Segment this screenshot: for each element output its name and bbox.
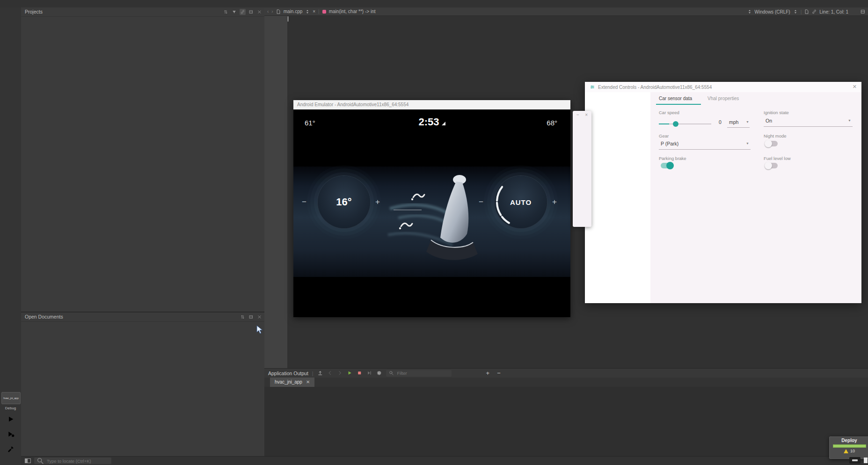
symbol-breadcrumb[interactable]: main(int, char **) -> int: [329, 9, 376, 14]
editor-toolbar: ‹ › main.cpp × | main(int, char **) -> i…: [264, 7, 868, 16]
link-with-editor-icon[interactable]: [240, 9, 246, 15]
emulator-title-bar[interactable]: Android Emulator - AndroidAutomotive11x8…: [293, 100, 570, 109]
back-icon[interactable]: ‹: [267, 9, 269, 14]
temperature-dial[interactable]: 16°: [318, 176, 370, 228]
projects-panel-title: Projects: [25, 9, 43, 15]
deploy-progress-bar: [833, 444, 866, 448]
search-icon: [36, 457, 44, 465]
close-icon[interactable]: [256, 9, 263, 15]
text-caret: [288, 16, 288, 22]
split-editor-icon[interactable]: [861, 9, 865, 14]
passenger-temp-label: 68°: [547, 119, 557, 127]
rerun-icon[interactable]: [317, 370, 323, 376]
car-data-pane: Car sensor data Vhal properties Car spee…: [650, 92, 861, 303]
tab-vhal-properties[interactable]: Vhal properties: [708, 96, 739, 101]
run-button[interactable]: [0, 413, 21, 426]
controls-icon: [590, 84, 595, 90]
tab-car-sensor-data[interactable]: Car sensor data: [659, 96, 692, 101]
projects-panel: Projects: [21, 7, 265, 312]
progress-details-button[interactable]: [849, 457, 861, 464]
editor-gutter[interactable]: [264, 16, 287, 368]
debug-run-button[interactable]: [0, 428, 21, 441]
ignition-state-label: Ignition state: [764, 110, 789, 115]
close-icon[interactable]: ✕: [853, 84, 857, 90]
fan-plus-button[interactable]: +: [552, 197, 557, 207]
speed-unit-select[interactable]: mph: [729, 119, 738, 125]
ignition-state-select[interactable]: On: [766, 118, 772, 124]
output-toolbar: Application Output | + −: [264, 369, 868, 378]
output-tab-label: hvac_jni_app: [275, 378, 302, 387]
extended-controls-title-bar[interactable]: Extended Controls - AndroidAutomotive11x…: [585, 82, 861, 93]
zoom-out-button[interactable]: −: [497, 370, 501, 377]
output-pane-toggle[interactable]: [864, 458, 868, 463]
warning-icon: [844, 449, 848, 453]
symbol-badge-icon: [322, 10, 326, 14]
document-icon[interactable]: [804, 9, 809, 14]
car-speed-label: Car speed: [659, 110, 679, 115]
chevron-updown-icon[interactable]: [305, 9, 310, 14]
build-button[interactable]: [0, 443, 21, 456]
chevron-down-icon[interactable]: ▼: [746, 120, 749, 124]
stop-icon[interactable]: [357, 370, 363, 376]
close-icon[interactable]: [256, 314, 263, 320]
zoom-in-button[interactable]: +: [486, 370, 490, 377]
close-document-icon[interactable]: ×: [313, 9, 315, 14]
output-filter[interactable]: [386, 370, 452, 377]
cursor-position-label: Line: 1, Col: 1: [819, 9, 848, 15]
temp-plus-button[interactable]: +: [375, 197, 380, 207]
prev-item-icon[interactable]: [327, 370, 333, 376]
parking-brake-toggle[interactable]: [661, 163, 673, 168]
chevron-updown-icon[interactable]: [793, 9, 798, 14]
sort-icon[interactable]: [223, 9, 229, 15]
sort-icon[interactable]: [240, 314, 246, 320]
chevron-down-icon[interactable]: ▼: [848, 119, 851, 122]
menu-bar: [0, 0, 868, 8]
forward-icon[interactable]: ›: [271, 9, 273, 14]
output-tab-hvac-jni-app[interactable]: hvac_jni_app ✕: [270, 378, 314, 387]
night-mode-toggle[interactable]: [766, 141, 778, 146]
minimize-icon[interactable]: −: [576, 113, 579, 117]
night-mode-label: Night mode: [764, 133, 787, 138]
filter-input[interactable]: [396, 370, 445, 376]
close-tab-icon[interactable]: ✕: [306, 378, 310, 387]
car-speed-value: 0: [719, 119, 722, 125]
locator[interactable]: [34, 458, 111, 464]
fan-minus-button[interactable]: −: [479, 197, 483, 207]
kit-selector[interactable]: hvac_jni_app: [1, 392, 21, 404]
android-emulator-window: Android Emulator - AndroidAutomotive11x8…: [293, 100, 570, 317]
chevron-updown-icon[interactable]: [747, 9, 752, 14]
temp-minus-button[interactable]: −: [302, 197, 306, 207]
emulator-toolbar: − ×: [573, 111, 591, 227]
fuel-level-low-toggle[interactable]: [766, 163, 778, 168]
filter-icon[interactable]: [231, 9, 237, 15]
output-panel-title: Application Output: [268, 371, 308, 376]
log-output: [264, 387, 868, 457]
link-icon[interactable]: [812, 9, 817, 14]
fan-dial[interactable]: AUTO: [495, 176, 547, 228]
gear-select[interactable]: P (Park): [661, 141, 678, 146]
split-icon[interactable]: [248, 9, 254, 15]
car-speed-slider[interactable]: [659, 121, 711, 127]
settings-gear-icon[interactable]: [376, 370, 382, 376]
locator-input[interactable]: [46, 458, 109, 464]
qt-creator-window: hvac_jni_app Debug Projects Open Documen…: [0, 0, 868, 465]
close-icon[interactable]: ×: [585, 113, 588, 117]
toggle-sidebar-icon[interactable]: [25, 458, 31, 463]
attach-icon[interactable]: [366, 370, 372, 376]
emulator-screen[interactable]: 61° 2:53 68°: [293, 109, 570, 317]
active-tab-underline: [656, 104, 701, 105]
next-item-icon[interactable]: [337, 370, 343, 376]
extended-controls-menu: [585, 92, 650, 303]
open-documents-panel: Open Documents: [21, 312, 265, 457]
parking-brake-label: Parking brake: [659, 156, 686, 161]
mouse-cursor: [256, 325, 263, 334]
chevron-down-icon[interactable]: ▼: [746, 142, 749, 145]
editor-file-tab[interactable]: main.cpp: [284, 9, 303, 14]
extended-controls-window: Extended Controls - AndroidAutomotive11x…: [585, 82, 861, 303]
run-icon[interactable]: [347, 370, 353, 376]
fan-level-arc: [490, 172, 551, 232]
encoding-selector[interactable]: Windows (CRLF): [755, 9, 790, 15]
debug-run-icon: [7, 430, 15, 438]
split-icon[interactable]: [248, 314, 254, 320]
build-config-label[interactable]: Debug: [0, 406, 21, 410]
